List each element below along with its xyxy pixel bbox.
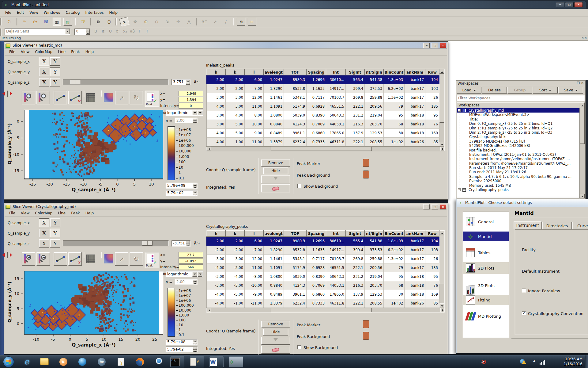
color-scale-dropdown-arrow[interactable]: [192, 110, 197, 115]
snap-to-peak-icon[interactable]: ➚: [115, 91, 128, 104]
peaks-overlay-button[interactable]: Peak ✓: [145, 91, 159, 107]
start-button[interactable]: [3, 356, 14, 367]
circle-app-icon[interactable]: [154, 357, 164, 367]
y-axis-toggle[interactable]: Y: [50, 57, 60, 66]
category-general[interactable]: General: [463, 215, 509, 228]
category-mantid[interactable]: ⟡ Mantid: [463, 232, 509, 241]
tree-item[interactable]: Events: 29293000: [457, 179, 579, 183]
tree-item[interactable]: Run end: 2011-May-21 18:01:26: [457, 170, 579, 174]
table-row[interactable]: -4.00-3.00-11.001.10915174.90.692846551.…: [207, 263, 439, 272]
menu-help[interactable]: Help: [106, 9, 120, 17]
function-dialog-icon[interactable]: fx: [237, 18, 245, 26]
column-header-tof[interactable]: TOF: [284, 69, 307, 75]
script-window-icon[interactable]: 🗇︎: [79, 18, 87, 26]
crystallography-convention-checkbox[interactable]: ✓: [522, 311, 526, 315]
rescale-axes-icon[interactable]: ⇲: [163, 18, 172, 26]
format-button-u[interactable]: U: [107, 28, 114, 35]
draw-arrow-icon[interactable]: ↗: [211, 18, 219, 26]
tree-item[interactable]: Sample: a 4.7, b 6.1, c 10.4; alpha 90, …: [457, 174, 579, 179]
pointer-tool-icon[interactable]: ➤: [119, 17, 130, 27]
menu-line[interactable]: Line: [55, 210, 68, 215]
menu-file[interactable]: File: [2, 9, 14, 17]
spin-down-icon[interactable]: [86, 32, 90, 35]
slice-position-slider[interactable]: [63, 79, 169, 85]
tree-item[interactable]: Dim 1: (Q_sample_y) -25 to 25 in 2 bins.…: [457, 126, 579, 130]
tree-expander-icon[interactable]: −: [458, 109, 461, 112]
reset-zoom-icon[interactable]: [7, 252, 8, 258]
zoom-in-icon[interactable]: ⊕: [142, 18, 150, 26]
zoom-out-icon[interactable]: −: [36, 252, 50, 266]
table-row[interactable]: 4.003.0011.001.10915174.90.692846551.522…: [207, 102, 439, 111]
table-row[interactable]: -4.00-5.00-9.000.84893961.10.686017865.0…: [207, 290, 439, 299]
menu-colormap[interactable]: ColorMap: [32, 210, 55, 215]
column-header-anknam[interactable]: ankNam: [405, 231, 425, 237]
font-family-dropdown-arrow[interactable]: [65, 29, 70, 34]
menu-view[interactable]: View: [18, 210, 32, 215]
slice-position-spinner[interactable]: 3.751: [172, 79, 190, 85]
menu-windows[interactable]: Windows: [41, 9, 63, 17]
show-background-checkbox[interactable]: [297, 345, 301, 349]
tab-directories[interactable]: Directories: [542, 222, 572, 229]
refresh-icon[interactable]: ↻: [130, 91, 143, 104]
tree-item[interactable]: Instrument from: /home/vel/mantid/instru…: [457, 157, 579, 161]
peaks-table[interactable]: hklavelengtTOFSpacingIntSigIntnt/SigInBi…: [206, 69, 445, 151]
column-header-h[interactable]: h: [207, 69, 226, 75]
maximize-button[interactable]: ▢: [432, 204, 438, 209]
format-button--[interactable]: αβ: [129, 28, 136, 35]
new-table-grid-icon[interactable]: ▦: [53, 18, 61, 26]
column-header-spacing[interactable]: Spacing: [307, 231, 326, 237]
toggle-grid-icon[interactable]: [84, 252, 84, 258]
table-vertical-scrollbar[interactable]: [439, 69, 444, 147]
colormap-icon[interactable]: [101, 252, 102, 258]
format-button-b[interactable]: B: [92, 28, 99, 35]
close-panel-icon[interactable]: ✕: [581, 81, 584, 85]
tree-item[interactable]: Not file backed.: [457, 148, 579, 152]
y-axis-toggle[interactable]: Y: [50, 67, 60, 76]
colormap-icon[interactable]: [101, 90, 102, 97]
color-scale-select[interactable]: logarithmic: [166, 271, 198, 277]
format-button--[interactable]: Γ: [136, 28, 143, 35]
table-row[interactable]: 3.005.0010.000.88404124.30.706944053.121…: [207, 120, 439, 129]
menu-edit[interactable]: Edit: [14, 9, 27, 17]
close-button[interactable]: ✕: [440, 204, 446, 209]
minimize-button[interactable]: ─: [556, 2, 564, 7]
minimize-button[interactable]: ─: [423, 43, 430, 48]
draw-line-icon[interactable]: ∕: [221, 18, 230, 26]
y-axis-toggle[interactable]: Y: [50, 239, 60, 248]
tab-instrument[interactable]: Instrument: [514, 221, 542, 229]
slice-position-slider[interactable]: [63, 240, 169, 246]
x-axis-toggle[interactable]: X: [39, 229, 49, 237]
zoom-out-icon[interactable]: −: [36, 91, 50, 104]
close-panel-icon[interactable]: ✕: [584, 36, 587, 40]
tree-item[interactable]: Run start: 2011-May-21 17:22:17: [457, 166, 579, 170]
y-axis-toggle[interactable]: Y: [50, 78, 60, 86]
open-project-icon[interactable]: 📁︎: [5, 18, 13, 26]
format-button--[interactable]: ∫: [143, 28, 151, 35]
window-titlebar[interactable]: Slice Viewer (Crystallography_md) ─ ▢ ✕: [5, 204, 447, 210]
table-row[interactable]: -2.00-2.00-6.001.92478980.31.269630610..…: [207, 237, 439, 246]
slice-plot[interactable]: [24, 110, 163, 179]
network-icon[interactable]: [540, 360, 546, 365]
table-horizontal-scrollbar[interactable]: [206, 146, 445, 151]
internet-explorer-icon[interactable]: e: [21, 357, 32, 367]
table-vertical-scrollbar[interactable]: [439, 230, 444, 308]
menu-view[interactable]: View: [18, 49, 32, 54]
column-header-avelengt[interactable]: avelengt: [264, 231, 284, 237]
table-row[interactable]: -3.00-3.00-12.001.14615348.10.711770103.…: [207, 255, 439, 263]
category-tables[interactable]: Tables: [463, 246, 509, 260]
dialog-titlebar[interactable]: ⟡ MantidPlot - Choose default settings: [457, 199, 588, 207]
column-header-k[interactable]: k: [226, 231, 245, 237]
column-header-int[interactable]: Int: [326, 69, 346, 75]
colorbar-max-spinner[interactable]: 5.79e+08: [166, 183, 198, 189]
column-header-avelengt[interactable]: avelengt: [264, 69, 284, 75]
refresh-icon[interactable]: ↻: [130, 252, 143, 266]
notification-warning-icon[interactable]: !: [520, 358, 527, 364]
clear-peaks-button[interactable]: [261, 346, 290, 354]
x-axis-toggle[interactable]: X: [39, 67, 49, 76]
workspaces-tree-header[interactable]: Workspaces: [457, 102, 585, 108]
table-row[interactable]: -4.00-1.00-11.001.33796232.40.733346311.…: [207, 299, 439, 308]
draw-line-icon[interactable]: [54, 91, 67, 104]
menu-help[interactable]: Help: [83, 210, 96, 215]
colorbar-min-spinner[interactable]: 5.79e-02: [166, 347, 198, 352]
tree-item[interactable]: −Crystallography_peaks: [457, 188, 579, 192]
